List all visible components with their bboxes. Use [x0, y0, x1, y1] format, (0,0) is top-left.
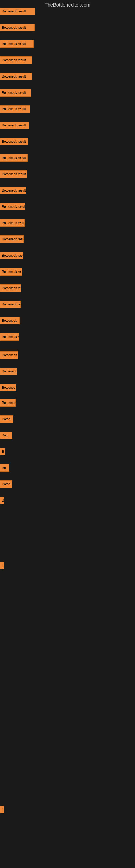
bar-label: Bottle: [2, 482, 10, 486]
bar-row: Bottleneck re: [0, 333, 19, 341]
bar-row: B: [0, 448, 5, 456]
bar-row: Bottleneck result: [0, 105, 30, 113]
bar-label: |: [2, 808, 3, 812]
bar-row: Bottleneck re: [0, 399, 16, 407]
bar-label: Bottleneck result: [2, 221, 25, 225]
bar-label: Bottleneck result: [2, 74, 26, 79]
bar-label: Bottleneck result: [2, 172, 26, 176]
bar-label: Bottleneck re: [2, 401, 16, 405]
bar-label: Bottleneck result: [2, 26, 26, 30]
bar-label: Bottleneck result: [2, 91, 26, 95]
bar-label: Bottleneck result: [2, 237, 24, 241]
bar-label: Bottleneck resu: [2, 369, 17, 373]
bar-row: Bottle: [0, 480, 12, 488]
bar-label: Bottleneck: [2, 319, 17, 322]
bar-row: Bo: [0, 464, 9, 472]
bar-row: Bottleneck result: [0, 138, 28, 145]
bar-row: B: [0, 497, 4, 504]
bar-row: Bottle: [0, 415, 13, 423]
bar-row: Bottleneck result: [0, 24, 35, 31]
bar-row: Bottleneck: [0, 317, 20, 324]
bar-label: B: [2, 499, 4, 502]
bar-row: Bottleneck result: [0, 170, 27, 178]
bar-label: Bottleneck result: [2, 42, 26, 46]
chart-area: TheBottlenecker.com Bottleneck resultBot…: [0, 0, 135, 868]
bar-row: Bottleneck result: [0, 187, 26, 194]
bar-row: Bottleneck result: [0, 89, 31, 97]
bar-row: |: [0, 562, 4, 569]
bar-label: B: [2, 450, 4, 454]
bar-label: Bottleneck result: [2, 123, 26, 127]
bar-label: Bottleneck result: [2, 9, 26, 13]
bar-label: Bo: [2, 466, 6, 470]
bar-row: Bottleneck result: [0, 219, 25, 227]
bar-row: Bottleneck re: [0, 301, 20, 308]
bar-label: Bottleneck resu: [2, 270, 22, 274]
bar-label: Bottleneck re: [2, 303, 20, 306]
bar-label: |: [2, 564, 3, 567]
bar-row: Bottleneck result: [0, 252, 23, 259]
bar-row: |: [0, 806, 4, 813]
bar-label: Bottle: [2, 417, 10, 421]
bar-label: Bottleneck result: [2, 140, 26, 144]
bar-row: Bottlenec: [0, 384, 16, 392]
bar-row: Bottleneck result: [0, 40, 34, 48]
bar-row: Bottleneck result: [0, 284, 21, 292]
bar-label: Bottleneck result: [2, 58, 26, 62]
bar-row: Bottleneck resu: [0, 268, 22, 276]
bar-row: Bottleneck result: [0, 154, 28, 162]
bar-row: Bottleneck result: [0, 236, 24, 243]
bar-label: Bottleneck r: [2, 353, 18, 357]
bar-label: Bottleneck result: [2, 188, 26, 192]
bar-label: Bottleneck result: [2, 286, 21, 290]
bar-row: Bottleneck result: [0, 56, 32, 64]
bar-label: Bottleneck result: [2, 205, 26, 209]
bar-label: Bottleneck re: [2, 335, 19, 339]
bar-label: Bottleneck result: [2, 107, 26, 111]
bar-row: Bottleneck result: [0, 73, 32, 80]
bar-row: Bottleneck r: [0, 351, 18, 359]
bar-row: Bottleneck result: [0, 122, 29, 129]
bar-label: Bott: [2, 433, 8, 437]
bar-label: Bottleneck result: [2, 156, 26, 160]
bar-row: Bottleneck resu: [0, 368, 17, 375]
bar-row: Bott: [0, 432, 12, 439]
bar-label: Bottlenec: [2, 386, 15, 390]
bar-row: Bottleneck result: [0, 203, 26, 211]
bar-label: Bottleneck result: [2, 254, 23, 257]
bar-row: Bottleneck result: [0, 8, 35, 15]
